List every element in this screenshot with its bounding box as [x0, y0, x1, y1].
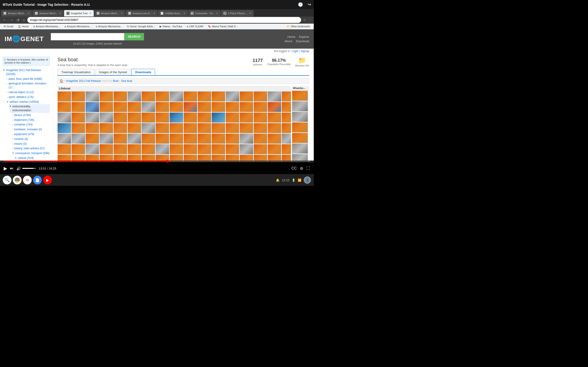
search-input[interactable]: [51, 33, 124, 40]
bookmark-amazon1[interactable]: a Amazon Mechanica...: [32, 25, 62, 28]
img-thumb-4-6[interactable]: [141, 133, 155, 144]
img-thumb-2-4[interactable]: [113, 112, 127, 123]
img-thumb-3-0[interactable]: [57, 123, 71, 133]
img-thumb-2-10[interactable]: [198, 112, 211, 123]
tree-item-2[interactable]: –geological formation, formation (17...: [6, 81, 50, 90]
img-thumb-3-3[interactable]: [99, 123, 113, 133]
img-thumb-2-5[interactable]: [128, 112, 141, 123]
img-thumb-4-14[interactable]: [254, 133, 267, 144]
tab-tab5[interactable]: 🅰Amazon.com A...✕: [126, 10, 157, 17]
volume-button[interactable]: 🔊: [16, 166, 21, 171]
login-link[interactable]: Login: [292, 50, 298, 53]
tree-item-4[interactable]: –sport, athletics (176): [6, 95, 50, 100]
taskbar-docs-icon[interactable]: 📄: [33, 176, 42, 184]
img-thumb-1-15[interactable]: [268, 102, 281, 112]
tree-item-1[interactable]: –plant, flora, plant life (4486): [6, 77, 50, 81]
img-thumb-5-13[interactable]: [240, 144, 253, 154]
img-thumb-2-7[interactable]: [156, 112, 169, 123]
img-thumb-3-1[interactable]: [71, 123, 85, 133]
img-thumb-5-16[interactable]: [282, 144, 291, 154]
img-thumb-0-14[interactable]: [254, 91, 267, 102]
img-thumb-3-14[interactable]: [254, 123, 267, 133]
img-thumb-4-15[interactable]: [268, 133, 281, 144]
img-thumb-0-7[interactable]: [156, 91, 169, 102]
bookmark-other[interactable]: 📁 Other bookmarks: [285, 25, 312, 28]
img-thumb-0-12[interactable]: [225, 91, 239, 102]
img-thumb-5-5[interactable]: [128, 144, 141, 154]
img-thumb-2-2[interactable]: [86, 112, 99, 123]
tree-item-13[interactable]: –means (0): [12, 142, 50, 146]
tab-close-tab3[interactable]: ✕: [89, 12, 91, 15]
side-thumb-4[interactable]: [292, 133, 308, 143]
img-thumb-5-0[interactable]: [57, 144, 71, 154]
tab-images[interactable]: Images of the Synset: [95, 69, 131, 75]
taskbar-search-icon[interactable]: 🔍: [3, 176, 11, 184]
img-thumb-3-11[interactable]: [212, 123, 225, 133]
img-thumb-4-11[interactable]: [212, 133, 225, 144]
img-thumb-5-2[interactable]: [86, 144, 99, 154]
share-icon[interactable]: ↪: [308, 2, 311, 7]
tab-close-tab8[interactable]: ✕: [249, 12, 251, 15]
img-thumb-2-14[interactable]: [254, 112, 267, 123]
tree-item-10[interactable]: –hardware, ironware (0): [12, 127, 50, 132]
tab-tab7[interactable]: ▶Comments - Yo...✕: [188, 10, 221, 17]
img-thumb-1-0[interactable]: [57, 102, 71, 112]
img-thumb-3-13[interactable]: [240, 123, 253, 133]
tree-item-0[interactable]: ▼ImageNet 2011 Fall Release (32326): [3, 68, 50, 77]
img-thumb-5-3[interactable]: [99, 144, 113, 154]
img-thumb-0-9[interactable]: [183, 91, 197, 102]
tab-treemap[interactable]: Treemap Visualization: [57, 69, 95, 75]
tab-tab8[interactable]: 🛒1-Piece Fleece ...✕: [221, 10, 254, 17]
volume-slider[interactable]: [22, 168, 36, 169]
img-thumb-0-6[interactable]: [141, 91, 155, 102]
img-thumb-2-8[interactable]: [170, 112, 183, 123]
img-thumb-1-13[interactable]: [240, 102, 253, 112]
signup-link[interactable]: Signup: [301, 50, 309, 53]
breadcrumb-boat[interactable]: Boat: [113, 79, 119, 83]
tab-tab4[interactable]: 🅰Amazon Mech...✕: [94, 10, 125, 17]
tab-tab3[interactable]: 🌲ImageNet Tree✕: [64, 10, 94, 17]
img-thumb-5-11[interactable]: [212, 144, 225, 154]
img-thumb-4-13[interactable]: [240, 133, 253, 144]
img-thumb-5-4[interactable]: [113, 144, 127, 154]
img-thumb-0-0[interactable]: [57, 91, 71, 102]
img-thumb-5-8[interactable]: [170, 144, 183, 154]
img-thumb-2-11[interactable]: [212, 112, 225, 123]
bookmark-google-ads[interactable]: G Home: Google AdSe...: [125, 25, 157, 28]
img-thumb-0-2[interactable]: [86, 91, 99, 102]
tab-close-tab5[interactable]: ✕: [153, 12, 155, 15]
img-thumb-2-13[interactable]: [240, 112, 253, 123]
tab-tab6[interactable]: 📄Untitled docu...✕: [158, 10, 188, 17]
img-thumb-4-12[interactable]: [225, 133, 239, 144]
img-thumb-4-5[interactable]: [128, 133, 141, 144]
tree-item-6[interactable]: ▼instrumentality, instrumentation: [9, 104, 50, 113]
img-thumb-1-12[interactable]: [225, 102, 239, 112]
bookmark-star-icon[interactable]: ☆: [303, 18, 307, 22]
progress-track[interactable]: [4, 161, 310, 162]
nav-about-link[interactable]: About: [284, 40, 292, 43]
img-thumb-2-0[interactable]: [57, 112, 71, 123]
img-thumb-3-5[interactable]: [128, 123, 141, 133]
img-thumb-0-13[interactable]: [240, 91, 253, 102]
tree-item-8[interactable]: –implement (726): [12, 118, 50, 123]
bookmark-gmail[interactable]: ✉ Gmail: [2, 25, 15, 28]
tree-item-3[interactable]: –natural object (1112): [6, 90, 50, 95]
img-thumb-0-4[interactable]: [113, 91, 127, 102]
img-thumb-1-6[interactable]: [141, 102, 155, 112]
fullscreen-button[interactable]: ⛶: [306, 166, 310, 170]
bookmark-moms-panel[interactable]: 🔖 Moms Panel | Walt D...: [206, 25, 240, 28]
img-thumb-3-9[interactable]: [183, 123, 197, 133]
tree-item-12[interactable]: –ceramic (6): [12, 137, 50, 142]
tree-item-14[interactable]: –toiletry, toilet articles (57): [12, 146, 50, 151]
img-thumb-1-4[interactable]: [113, 102, 127, 112]
cc-button[interactable]: CC: [292, 166, 297, 170]
img-thumb-3-16[interactable]: [282, 123, 291, 133]
img-thumb-0-3[interactable]: [99, 91, 113, 102]
img-thumb-0-11[interactable]: [212, 91, 225, 102]
img-thumb-2-6[interactable]: [141, 112, 155, 123]
img-thumb-0-15[interactable]: [268, 91, 281, 102]
img-thumb-5-12[interactable]: [225, 144, 239, 154]
img-thumb-4-16[interactable]: [282, 133, 291, 144]
img-thumb-4-4[interactable]: [113, 133, 127, 144]
tree-item-15[interactable]: ▼conveyance, transport (566): [12, 151, 50, 156]
